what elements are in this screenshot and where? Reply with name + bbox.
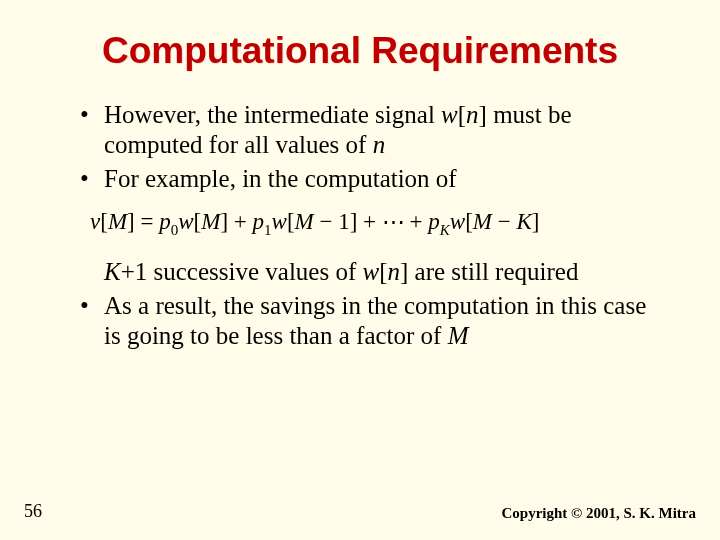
eq-M: M [201,209,220,234]
bracket: ] [479,101,487,128]
content-area: • However, the intermediate signal w[n] … [50,100,670,351]
bullet-2-text: For example, in the computation of [104,164,660,194]
bracket: [ [379,258,387,285]
bullet-1: • However, the intermediate signal w[n] … [80,100,660,160]
eq-op: − [492,209,516,234]
var-K: K [104,258,121,285]
eq-w: w [272,209,287,234]
bullet-marker: • [80,164,104,194]
eq-v: v [90,209,100,234]
eq-ellipsis: ⋯ [382,209,404,234]
slide-title: Computational Requirements [50,30,670,72]
var-w: w [441,101,458,128]
bracket: [ [458,101,466,128]
eq-p: p [253,209,265,234]
eq-M: M [108,209,127,234]
eq-bracket: ] [532,209,540,234]
var-M: M [448,322,469,349]
var-n: n [466,101,479,128]
eq-p: p [428,209,440,234]
eq-op: + [404,209,428,234]
var-w: w [363,258,380,285]
eq-bracket: [ [287,209,295,234]
bullet-2: • For example, in the computation of [80,164,660,194]
page-number: 56 [24,501,42,522]
eq-w: w [450,209,465,234]
eq-M: M [295,209,314,234]
slide-container: Computational Requirements • However, th… [0,0,720,540]
text: are still required [408,258,578,285]
bullet-marker: • [80,291,104,321]
eq-op: − 1] + [314,209,382,234]
eq-bracket: ] + [220,209,252,234]
eq-bracket: [ [465,209,473,234]
text: +1 successive values of [121,258,363,285]
text: However, the intermediate signal [104,101,441,128]
eq-sub: K [440,222,450,238]
eq-p: p [159,209,171,234]
var-n: n [388,258,401,285]
bullet-1-text: However, the intermediate signal w[n] mu… [104,100,660,160]
eq-w: w [178,209,193,234]
equation: v[M] = p0w[M] + p1w[M − 1] + ⋯ + pKw[M −… [80,208,660,239]
eq-bracket: ] = [127,209,159,234]
bullet-3-continuation: K+1 successive values of w[n] are still … [80,257,660,287]
eq-bracket: [ [100,209,108,234]
text: As a result, the savings in the computat… [104,292,646,349]
bullet-4-text: As a result, the savings in the computat… [104,291,660,351]
var-n: n [373,131,386,158]
eq-sub: 1 [264,222,272,238]
eq-K: K [517,209,532,234]
copyright: Copyright © 2001, S. K. Mitra [501,505,696,522]
bullet-marker: • [80,100,104,130]
eq-M: M [473,209,492,234]
bullet-4: • As a result, the savings in the comput… [80,291,660,351]
